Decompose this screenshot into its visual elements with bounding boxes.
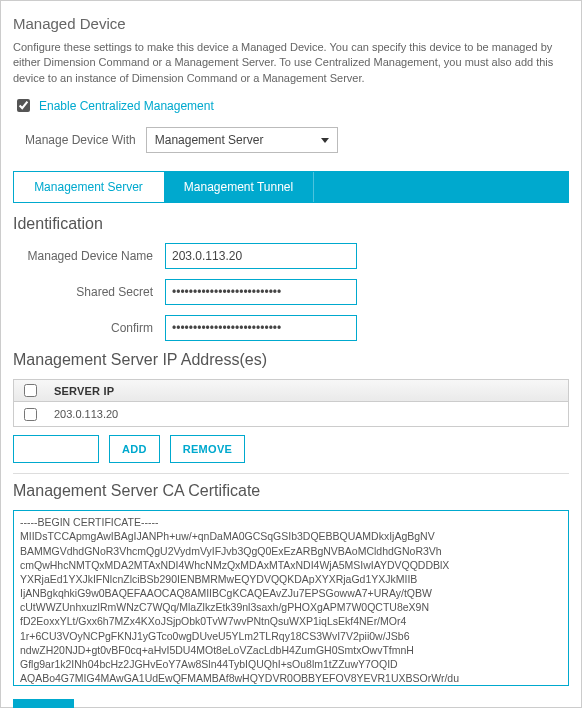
- table-row[interactable]: 203.0.113.20: [14, 402, 568, 426]
- cert-heading: Management Server CA Certificate: [13, 482, 569, 500]
- tab-management-server[interactable]: Management Server: [14, 172, 164, 202]
- device-name-input[interactable]: [165, 243, 357, 269]
- save-button[interactable]: SAVE: [13, 699, 74, 708]
- device-name-label: Managed Device Name: [13, 249, 165, 263]
- tab-management-tunnel[interactable]: Management Tunnel: [164, 172, 314, 202]
- page-title: Managed Device: [13, 15, 569, 32]
- confirm-label: Confirm: [13, 321, 165, 335]
- remove-button[interactable]: REMOVE: [170, 435, 245, 463]
- servers-heading: Management Server IP Address(es): [13, 351, 569, 369]
- enable-centralized-checkbox[interactable]: [17, 99, 30, 112]
- server-table: SERVER IP 203.0.113.20: [13, 379, 569, 427]
- server-select-all-checkbox[interactable]: [24, 384, 37, 397]
- certificate-textarea[interactable]: [13, 510, 569, 686]
- server-row-checkbox[interactable]: [24, 408, 37, 421]
- identification-heading: Identification: [13, 215, 569, 233]
- server-ip-column-header: SERVER IP: [54, 385, 114, 397]
- tab-bar: Management Server Management Tunnel: [13, 171, 569, 203]
- add-button[interactable]: ADD: [109, 435, 160, 463]
- manage-with-label: Manage Device With: [25, 133, 136, 147]
- add-server-input[interactable]: [13, 435, 99, 463]
- server-ip-cell: 203.0.113.20: [54, 408, 118, 420]
- page-description: Configure these settings to make this de…: [13, 40, 569, 86]
- chevron-down-icon: [321, 138, 329, 143]
- tab-filler: [314, 172, 568, 202]
- manage-with-select[interactable]: Management Server: [146, 127, 338, 153]
- shared-secret-label: Shared Secret: [13, 285, 165, 299]
- manage-with-value: Management Server: [155, 133, 264, 147]
- shared-secret-input[interactable]: [165, 279, 357, 305]
- confirm-input[interactable]: [165, 315, 357, 341]
- divider: [13, 473, 569, 474]
- enable-centralized-label: Enable Centralized Management: [39, 99, 214, 113]
